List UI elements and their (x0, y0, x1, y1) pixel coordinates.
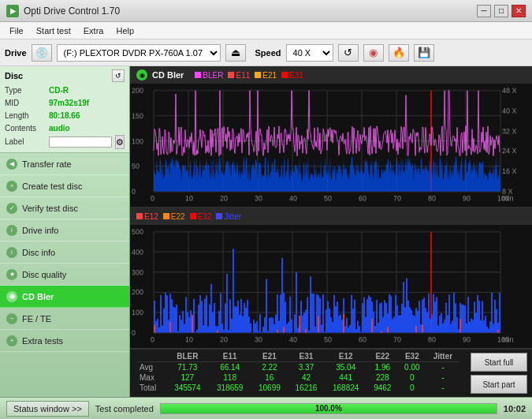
stats-avg-label: Avg (136, 362, 166, 373)
stats-total-e12: 168824 (325, 383, 367, 393)
sidebar-item-disc-quality[interactable]: ★ Disc quality (0, 264, 129, 286)
disc-label-input[interactable] (49, 137, 112, 148)
chart1-container (130, 84, 532, 208)
stats-table: BLER E11 E21 E31 E12 E22 E32 Jitter Avg (136, 351, 459, 393)
sidebar-item-create-test-disc[interactable]: + Create test disc (0, 175, 129, 197)
sidebar-item-transfer-rate[interactable]: ◀ Transfer rate (0, 153, 129, 175)
progress-text: 100.0% (161, 404, 497, 413)
drive-select[interactable]: (F:) PLEXTOR DVDR PX-760A 1.07 (57, 44, 221, 62)
stats-avg-e21: 2.22 (251, 362, 288, 373)
stats-avg-jitter: - (426, 362, 459, 373)
main-layout: Disc ↺ Type CD-R MID 97m32s19f Length 80… (0, 66, 532, 397)
disc-mid-val: 97m32s19f (49, 97, 89, 110)
stats-avg-bler: 71.73 (166, 362, 209, 373)
minimize-button[interactable]: ─ (477, 5, 491, 17)
sidebar-item-drive-info[interactable]: i Drive info (0, 219, 129, 241)
stats-header-bler: BLER (166, 351, 209, 362)
stats-avg-e12: 35.04 (325, 362, 367, 373)
legend-e11: E11 (228, 71, 250, 80)
verify-test-disc-icon: ✓ (6, 203, 17, 214)
cd-bler-icon-header: ◉ (136, 69, 147, 80)
save-button[interactable]: 💾 (414, 44, 434, 62)
menu-start-test[interactable]: Start test (30, 24, 77, 37)
legend-e21-label: E21 (262, 71, 277, 80)
refresh-button[interactable]: ↺ (338, 44, 359, 62)
eject-button[interactable]: ⏏ (225, 44, 246, 62)
legend-jitter: Jitter (216, 212, 241, 221)
legend-e22-label: E22 (171, 212, 185, 221)
sidebar-item-fe-te[interactable]: ~ FE / TE (0, 308, 129, 330)
extra-tests-icon: + (6, 335, 17, 346)
sidebar-item-extra-tests[interactable]: + Extra tests (0, 330, 129, 352)
disc-refresh-btn[interactable]: ↺ (112, 69, 125, 82)
stats-header-e32: E32 (398, 351, 426, 362)
sidebar-item-disc-info[interactable]: i Disc info (0, 241, 129, 264)
close-button[interactable]: ✕ (512, 5, 526, 17)
legend-e32: E32 (190, 212, 212, 221)
stats-header-e21: E21 (251, 351, 288, 362)
progress-bar-container: 100.0% (160, 403, 497, 414)
legend-e11-label: E11 (236, 71, 250, 80)
maximize-button[interactable]: □ (494, 5, 508, 17)
legend-e21: E21 (255, 71, 277, 80)
chart2-container (130, 225, 532, 349)
sidebar-extra-tests-label: Extra tests (22, 336, 63, 346)
create-test-disc-icon: + (6, 181, 17, 192)
legend-jitter-label: Jitter (224, 212, 241, 221)
sidebar-item-cd-bler[interactable]: ◉ CD Bler (0, 286, 129, 308)
drive-icon-btn[interactable]: 💿 (32, 44, 52, 62)
disc-mid-key: MID (5, 97, 46, 110)
start-full-button[interactable]: Start full (471, 353, 527, 372)
stats-total-jitter: - (426, 383, 459, 393)
disc-label-btn[interactable]: ⚙ (115, 135, 125, 149)
right-buttons: Start full Start part (466, 350, 532, 397)
status-time: 10:02 (504, 404, 526, 413)
start-part-button[interactable]: Start part (471, 375, 527, 394)
sidebar-item-verify-test-disc[interactable]: ✓ Verify test disc (0, 197, 129, 219)
stats-max-e32: 0 (398, 372, 426, 383)
stats-max-label: Max (136, 372, 166, 383)
disc-title: Disc (5, 71, 23, 80)
stats-max-e22: 228 (367, 372, 398, 383)
legend-e31-dot (281, 72, 288, 78)
legend-bler-dot (195, 72, 201, 78)
erase-button[interactable]: ◉ (363, 44, 384, 62)
stats-total-label: Total (136, 383, 166, 393)
legend-e22-dot (163, 213, 169, 219)
burn-button[interactable]: 🔥 (389, 44, 409, 62)
menu-help[interactable]: Help (110, 24, 140, 37)
legend-e31-label: E31 (289, 71, 303, 80)
toolbar: Drive 💿 (F:) PLEXTOR DVDR PX-760A 1.07 ⏏… (0, 39, 532, 66)
status-bar: Status window >> Test completed 100.0% 1… (0, 397, 532, 419)
sidebar: Disc ↺ Type CD-R MID 97m32s19f Length 80… (0, 66, 130, 397)
menu-file[interactable]: File (3, 24, 30, 37)
stats-avg-e22: 1.96 (367, 362, 398, 373)
stats-max-e31: 42 (288, 372, 325, 383)
sidebar-disc-quality-label: Disc quality (22, 270, 66, 279)
legend-e31: E31 (281, 71, 303, 80)
cd-bler-header: ◉ CD Bler BLER E11 E21 E31 (130, 66, 532, 84)
disc-label-row: Label ⚙ (5, 135, 125, 149)
stats-total-row: Total 345574 318659 10699 16216 168824 9… (136, 383, 459, 393)
stats-header-row: BLER E11 E21 E31 E12 E22 E32 Jitter (136, 351, 459, 362)
stats-header-e31: E31 (288, 351, 325, 362)
sidebar-cd-bler-label: CD Bler (22, 292, 54, 301)
speed-select[interactable]: 40 X (286, 44, 333, 62)
disc-quality-icon: ★ (6, 269, 17, 280)
legend-jitter-dot (216, 213, 222, 219)
menu-extra[interactable]: Extra (77, 24, 110, 37)
stats-total-e21: 10699 (251, 383, 288, 393)
sidebar-disc-info-label: Disc info (22, 248, 55, 257)
legend-e12: E12 (136, 212, 158, 221)
legend-e32-label: E32 (198, 212, 212, 221)
sidebar-fe-te-label: FE / TE (22, 314, 51, 324)
transfer-rate-icon: ◀ (6, 159, 17, 170)
stats-max-e12: 441 (325, 372, 367, 383)
speed-label: Speed (255, 48, 281, 58)
disc-mid-row: MID 97m32s19f (5, 97, 125, 110)
stats-avg-row: Avg 71.73 66.14 2.22 3.37 35.04 1.96 0.0… (136, 362, 459, 373)
legend-e32-dot (190, 213, 196, 219)
stats-header-empty (136, 351, 166, 362)
stats-max-bler: 127 (166, 372, 209, 383)
status-window-button[interactable]: Status window >> (6, 401, 89, 417)
